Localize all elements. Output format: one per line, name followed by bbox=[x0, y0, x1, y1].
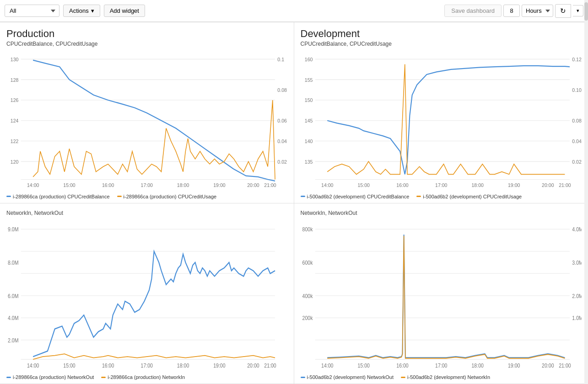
legend-item-dev-1: i-500ad6b2 (development) CPUCreditUsage bbox=[416, 194, 522, 199]
svg-text:0.08: 0.08 bbox=[277, 87, 287, 93]
panel-production-cpu: Production CPUCreditBalance, CPUCreditUs… bbox=[0, 22, 294, 203]
toolbar-left: All Actions ▾ Add widget bbox=[5, 5, 441, 17]
svg-text:0.04: 0.04 bbox=[277, 139, 287, 144]
actions-chevron-icon: ▾ bbox=[91, 7, 94, 14]
svg-text:0.02: 0.02 bbox=[572, 159, 582, 165]
add-widget-button[interactable]: Add widget bbox=[104, 5, 145, 17]
legend-label-0: i-289866ca (production) CPUCreditBalance bbox=[13, 194, 110, 199]
svg-text:21:00: 21:00 bbox=[559, 182, 571, 188]
svg-text:150: 150 bbox=[304, 97, 313, 103]
svg-text:20:00: 20:00 bbox=[247, 363, 259, 368]
svg-text:0.04: 0.04 bbox=[572, 139, 582, 144]
svg-text:16:00: 16:00 bbox=[102, 182, 114, 188]
svg-text:14:00: 14:00 bbox=[27, 182, 39, 188]
svg-text:124: 124 bbox=[11, 118, 19, 123]
legend-color-blue-pnet bbox=[6, 377, 11, 378]
legend-item-1: i-289866ca (production) CPUCreditUsage bbox=[117, 194, 217, 199]
legend-item-dev-0: i-500ad6b2 (development) CPUCreditBalanc… bbox=[301, 194, 410, 199]
svg-text:21:00: 21:00 bbox=[264, 363, 276, 368]
legend-item-pnet-1: i-289866ca (production) NetworkIn bbox=[101, 374, 185, 380]
svg-text:14:00: 14:00 bbox=[321, 182, 333, 188]
svg-text:0.06: 0.06 bbox=[277, 118, 287, 123]
refresh-dropdown-button[interactable]: ▾ bbox=[573, 5, 583, 16]
legend-item-dnet-1: i-500ad6b2 (development) NetworkIn bbox=[401, 374, 490, 380]
svg-text:15:00: 15:00 bbox=[357, 363, 369, 368]
filter-select[interactable]: All bbox=[5, 5, 59, 17]
save-dashboard-label: Save dashboard bbox=[451, 7, 495, 14]
svg-text:18:00: 18:00 bbox=[177, 363, 189, 368]
svg-text:15:00: 15:00 bbox=[63, 363, 75, 368]
legend-label-1: i-289866ca (production) CPUCreditUsage bbox=[124, 194, 217, 199]
svg-text:17:00: 17:00 bbox=[141, 182, 153, 188]
chart-production-network-legend: i-289866ca (production) NetworkOut i-289… bbox=[6, 374, 287, 380]
chart-production-cpu-legend: i-289866ca (production) CPUCreditBalance… bbox=[6, 194, 287, 199]
scrollbar[interactable] bbox=[584, 0, 588, 384]
panel-development-network: NetworkIn, NetworkOut 800k 600k 400k 200… bbox=[294, 203, 588, 384]
svg-text:4.0M: 4.0M bbox=[572, 226, 582, 232]
legend-color-blue-dev bbox=[301, 196, 305, 197]
refresh-dropdown-chevron-icon: ▾ bbox=[577, 8, 579, 13]
panel-development-title: Development bbox=[301, 28, 582, 40]
svg-text:135: 135 bbox=[304, 159, 313, 165]
chart-production-cpu-svg: 130 128 126 124 122 120 0.1 0.08 0.06 0.… bbox=[6, 49, 287, 192]
chart-development-cpu-legend: i-500ad6b2 (development) CPUCreditBalanc… bbox=[301, 194, 582, 199]
panel-production-title: Production bbox=[6, 28, 287, 40]
svg-text:19:00: 19:00 bbox=[507, 363, 519, 368]
chart-development-cpu: 160 155 150 145 140 135 0.12 0.10 0.08 0… bbox=[301, 49, 582, 192]
legend-color-orange-pnet bbox=[101, 377, 106, 378]
chart-development-cpu-svg: 160 155 150 145 140 135 0.12 0.10 0.08 0… bbox=[301, 49, 582, 192]
save-dashboard-button[interactable]: Save dashboard bbox=[444, 5, 502, 17]
legend-item-pnet-0: i-289866ca (production) NetworkOut bbox=[6, 374, 94, 380]
panel-development-cpu-subtitle: CPUCreditBalance, CPUCreditUsage bbox=[301, 41, 582, 47]
svg-text:21:00: 21:00 bbox=[559, 363, 571, 368]
svg-text:18:00: 18:00 bbox=[471, 363, 483, 368]
svg-text:8.0M: 8.0M bbox=[8, 260, 18, 266]
svg-text:800k: 800k bbox=[302, 226, 313, 232]
svg-text:16:00: 16:00 bbox=[102, 363, 114, 368]
panel-development-network-subtitle: NetworkIn, NetworkOut bbox=[301, 210, 582, 216]
toolbar-right: Save dashboard Hours ↻ ▾ bbox=[444, 4, 583, 18]
svg-text:130: 130 bbox=[11, 57, 19, 62]
dashboard-grid: Production CPUCreditBalance, CPUCreditUs… bbox=[0, 22, 588, 384]
svg-text:200k: 200k bbox=[302, 315, 313, 321]
svg-text:18:00: 18:00 bbox=[471, 182, 483, 188]
chart-production-network-svg: 9.0M 8.0M 6.0M 4.0M 2.0M 14:00 15:00 16:… bbox=[6, 218, 287, 373]
chart-production-cpu: 130 128 126 124 122 120 0.1 0.08 0.06 0.… bbox=[6, 49, 287, 192]
svg-text:15:00: 15:00 bbox=[63, 182, 75, 188]
toolbar: All Actions ▾ Add widget Save dashboard … bbox=[0, 0, 588, 22]
legend-color-blue bbox=[6, 196, 11, 197]
scrollbar-thumb[interactable] bbox=[584, 2, 588, 21]
legend-label-dnet-0: i-500ad6b2 (development) NetworkOut bbox=[307, 374, 394, 380]
hours-select[interactable]: Hours bbox=[522, 5, 553, 17]
panel-production-cpu-subtitle: CPUCreditBalance, CPUCreditUsage bbox=[6, 41, 287, 47]
svg-text:155: 155 bbox=[304, 77, 313, 82]
svg-text:2.0M: 2.0M bbox=[8, 337, 18, 343]
hours-input[interactable] bbox=[503, 5, 520, 17]
svg-text:20:00: 20:00 bbox=[542, 182, 554, 188]
svg-text:0.10: 0.10 bbox=[572, 87, 582, 93]
svg-text:145: 145 bbox=[304, 118, 313, 123]
legend-item-dnet-0: i-500ad6b2 (development) NetworkOut bbox=[301, 374, 394, 380]
svg-text:9.0M: 9.0M bbox=[8, 226, 18, 232]
svg-text:6.0M: 6.0M bbox=[8, 293, 18, 299]
svg-text:17:00: 17:00 bbox=[141, 363, 153, 368]
svg-text:126: 126 bbox=[11, 97, 19, 103]
svg-text:160: 160 bbox=[304, 57, 313, 62]
svg-text:19:00: 19:00 bbox=[507, 182, 519, 188]
svg-text:122: 122 bbox=[11, 139, 19, 144]
legend-label-dev-0: i-500ad6b2 (development) CPUCreditBalanc… bbox=[307, 194, 410, 199]
svg-text:14:00: 14:00 bbox=[27, 363, 39, 368]
refresh-button[interactable]: ↻ bbox=[555, 4, 571, 18]
panel-production-network-subtitle: NetworkIn, NetworkOut bbox=[6, 210, 287, 216]
svg-text:0.1: 0.1 bbox=[277, 57, 284, 62]
svg-text:17:00: 17:00 bbox=[435, 363, 447, 368]
actions-button[interactable]: Actions ▾ bbox=[63, 5, 100, 17]
legend-label-dnet-1: i-500ad6b2 (development) NetworkIn bbox=[407, 374, 490, 380]
chart-development-network-svg: 800k 600k 400k 200k 4.0M 3.0M 2.0M 1.0M … bbox=[301, 218, 582, 373]
svg-text:3.0M: 3.0M bbox=[572, 260, 582, 266]
svg-text:600k: 600k bbox=[302, 260, 313, 266]
svg-text:1.0M: 1.0M bbox=[572, 315, 582, 321]
svg-text:16:00: 16:00 bbox=[396, 363, 408, 368]
svg-text:19:00: 19:00 bbox=[213, 363, 225, 368]
svg-text:18:00: 18:00 bbox=[177, 182, 189, 188]
